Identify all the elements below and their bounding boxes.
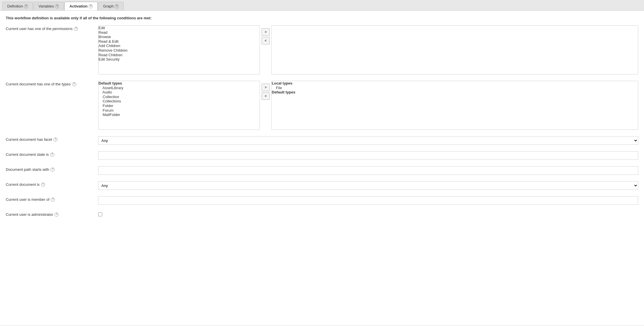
document-facet-control-area: Any xyxy=(98,136,638,145)
document-path-input[interactable] xyxy=(98,166,638,175)
tab-graph-label: Graph xyxy=(103,4,113,8)
user-member-row: Current user is member of ? xyxy=(6,196,638,205)
user-member-label: Current user is member of ? xyxy=(6,196,98,202)
document-types-remove-button[interactable]: < xyxy=(262,92,270,100)
document-state-help-icon[interactable]: ? xyxy=(50,153,54,157)
permissions-control-area: EditReadBrowseRead & EditAdd ChildrenRem… xyxy=(98,25,638,74)
document-path-row: Document path starts with ? xyxy=(6,166,638,175)
document-facet-select[interactable]: Any xyxy=(98,136,638,145)
permissions-row: Current user has one of the permissions … xyxy=(6,25,638,74)
user-member-control-area xyxy=(98,196,638,205)
document-types-row: Current document has one of the types ? … xyxy=(6,81,638,130)
document-is-select[interactable]: Any xyxy=(98,181,638,190)
permissions-help-icon[interactable]: ? xyxy=(74,27,78,31)
permissions-label: Current user has one of the permissions … xyxy=(6,25,98,31)
tab-graph-help-icon[interactable]: ? xyxy=(115,4,119,8)
permissions-left-listbox[interactable]: EditReadBrowseRead & EditAdd ChildrenRem… xyxy=(98,25,260,74)
document-types-arrow-buttons: > < xyxy=(262,81,270,100)
document-path-help-icon[interactable]: ? xyxy=(51,168,55,172)
document-is-row: Current document is ? Any xyxy=(6,181,638,190)
document-is-help-icon[interactable]: ? xyxy=(41,183,45,187)
document-state-row: Current document state is ? xyxy=(6,151,638,160)
document-state-input[interactable] xyxy=(98,151,638,160)
permissions-right-listbox[interactable] xyxy=(271,25,638,74)
tab-definition-help-icon[interactable]: ? xyxy=(24,4,28,8)
document-is-label: Current document is ? xyxy=(6,181,98,187)
tab-variables-label: Variables xyxy=(38,4,54,8)
tab-graph[interactable]: Graph ? xyxy=(98,2,124,10)
document-types-right-listbox[interactable]: Local types FileDefault types xyxy=(271,81,638,130)
condition-description: This workflow definition is available on… xyxy=(6,16,638,20)
document-path-label: Document path starts with ? xyxy=(6,166,98,172)
document-facet-help-icon[interactable]: ? xyxy=(53,138,57,142)
user-admin-control-area xyxy=(98,211,638,216)
document-state-control-area xyxy=(98,151,638,160)
user-admin-checkbox[interactable] xyxy=(98,212,102,216)
user-member-input[interactable] xyxy=(98,196,638,205)
tabs-bar: Definition ? Variables ? Activation ? Gr… xyxy=(0,0,644,11)
permissions-remove-button[interactable]: < xyxy=(262,37,270,44)
document-types-help-icon[interactable]: ? xyxy=(72,82,76,86)
user-admin-label: Current user is administrator ? xyxy=(6,211,98,217)
user-admin-row: Current user is administrator ? xyxy=(6,211,638,217)
document-types-left-listbox[interactable]: Default types AssetLibrary Audio Collect… xyxy=(98,81,260,130)
document-types-label: Current document has one of the types ? xyxy=(6,81,98,86)
tab-activation-label: Activation xyxy=(69,4,88,8)
tab-definition-label: Definition xyxy=(7,4,23,8)
document-path-control-area xyxy=(98,166,638,175)
tab-variables[interactable]: Variables ? xyxy=(33,2,64,10)
permissions-arrow-buttons: > < xyxy=(262,25,270,44)
document-types-control-area: Default types AssetLibrary Audio Collect… xyxy=(98,81,638,130)
document-facet-row: Current document has facet ? Any xyxy=(6,136,638,145)
tab-variables-help-icon[interactable]: ? xyxy=(55,4,59,8)
document-facet-label: Current document has facet ? xyxy=(6,136,98,142)
document-state-label: Current document state is ? xyxy=(6,151,98,157)
permissions-add-button[interactable]: > xyxy=(262,28,270,36)
tab-activation[interactable]: Activation ? xyxy=(64,2,98,10)
main-content: This workflow definition is available on… xyxy=(0,11,644,325)
document-types-add-button[interactable]: > xyxy=(262,84,270,91)
user-admin-help-icon[interactable]: ? xyxy=(55,213,59,217)
tab-definition[interactable]: Definition ? xyxy=(2,2,33,10)
document-is-control-area: Any xyxy=(98,181,638,190)
tab-activation-help-icon[interactable]: ? xyxy=(89,4,93,8)
user-member-help-icon[interactable]: ? xyxy=(51,198,55,202)
